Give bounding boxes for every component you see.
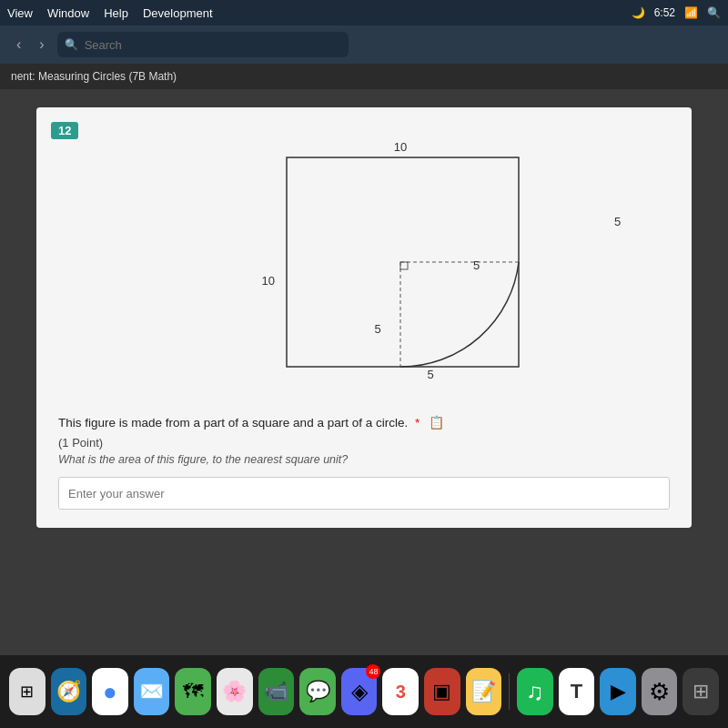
figure-area: 10 5 5 10 5 5 bbox=[58, 135, 670, 399]
svg-rect-8 bbox=[400, 262, 408, 269]
dock-divider bbox=[509, 673, 510, 710]
dock-focusflow[interactable]: ▣ bbox=[424, 668, 460, 715]
toolbar: ‹ › 🔍 bbox=[0, 25, 728, 64]
breadcrumb: nent: Measuring Circles (7B Math) bbox=[0, 64, 728, 89]
dock-grid[interactable]: ⊞ bbox=[682, 668, 719, 715]
moon-icon: 🌙 bbox=[632, 6, 645, 19]
menubar-time: 6:52 bbox=[654, 6, 675, 19]
dock-launchpad[interactable]: ⊞ bbox=[9, 668, 46, 715]
svg-text:10: 10 bbox=[262, 274, 275, 288]
dock-safari[interactable]: 🧭 bbox=[51, 668, 87, 715]
search-icon: 🔍 bbox=[65, 38, 78, 51]
dock-chrome[interactable]: ● bbox=[92, 668, 128, 715]
dock-maps[interactable]: 🗺 bbox=[175, 668, 211, 715]
svg-text:5: 5 bbox=[473, 258, 480, 272]
forward-button[interactable]: › bbox=[34, 35, 49, 55]
dock-messages[interactable]: 💬 bbox=[299, 668, 336, 715]
dock: ⊞ 🧭 ● ✉️ 🗺 🌸 📹 💬 ◈ 48 3 ▣ 📝 ♫ T ▶ ⚙ ⊞ bbox=[0, 655, 728, 728]
dock-facetime[interactable]: 📹 bbox=[258, 668, 295, 715]
dock-mail[interactable]: ✉️ bbox=[134, 668, 170, 715]
dock-calendar[interactable]: 3 bbox=[382, 668, 419, 715]
sub-question: What is the area of this figure, to the … bbox=[58, 453, 670, 466]
copy-icon: 📋 bbox=[429, 415, 444, 430]
breadcrumb-text: nent: Measuring Circles (7B Math) bbox=[11, 70, 177, 83]
back-button[interactable]: ‹ bbox=[11, 35, 26, 55]
wifi-icon: 📶 bbox=[684, 6, 698, 19]
svg-text:5: 5 bbox=[427, 368, 433, 381]
menu-view[interactable]: View bbox=[7, 6, 33, 20]
search-input[interactable] bbox=[57, 32, 349, 57]
search-container: 🔍 bbox=[57, 32, 349, 57]
dock-textedit[interactable]: T bbox=[559, 668, 595, 715]
dock-zoom[interactable]: ▶ bbox=[600, 668, 636, 715]
menubar-search-icon: 🔍 bbox=[707, 6, 721, 19]
required-star: * bbox=[415, 416, 420, 430]
dock-spotify[interactable]: ♫ bbox=[517, 668, 553, 715]
dock-settings[interactable]: ⚙ bbox=[642, 668, 678, 715]
menu-help[interactable]: Help bbox=[104, 6, 128, 20]
dock-notes[interactable]: 📝 bbox=[466, 668, 502, 715]
figure-svg: 10 5 5 10 5 5 bbox=[100, 135, 628, 389]
menu-window[interactable]: Window bbox=[47, 6, 89, 20]
discord-icon: ◈ bbox=[351, 679, 368, 704]
question-card: 12 10 5 5 10 5 5 bbox=[36, 107, 692, 528]
menubar: View Window Help Development 🌙 6:52 📶 🔍 bbox=[0, 0, 728, 25]
answer-input[interactable] bbox=[58, 477, 670, 510]
question-text: This figure is made from a part of a squ… bbox=[58, 413, 670, 432]
main-content: 12 10 5 5 10 5 5 bbox=[0, 89, 728, 655]
svg-text:5: 5 bbox=[374, 322, 380, 336]
discord-badge: 48 bbox=[366, 664, 380, 679]
svg-text:10: 10 bbox=[394, 140, 407, 154]
menu-development[interactable]: Development bbox=[143, 6, 213, 20]
dock-discord[interactable]: ◈ 48 bbox=[341, 668, 378, 715]
dock-photos[interactable]: 🌸 bbox=[217, 668, 253, 715]
svg-text:5: 5 bbox=[614, 215, 621, 228]
points-text: (1 Point) bbox=[58, 436, 670, 450]
